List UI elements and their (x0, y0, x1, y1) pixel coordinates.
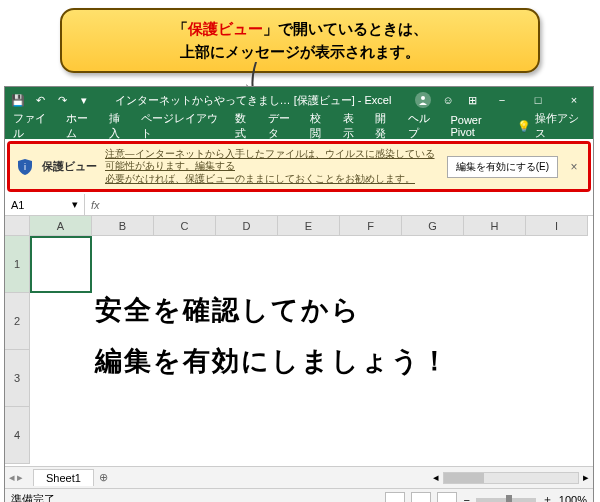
title-bar: 💾 ↶ ↷ ▾ インターネットからやってきまし… [保護ビュー] - Excel… (5, 87, 593, 113)
hscroll-right[interactable]: ▸ (583, 471, 589, 484)
active-cell[interactable] (30, 236, 92, 293)
col-header[interactable]: H (464, 216, 526, 236)
tab-scroll-right[interactable]: ▸ (17, 471, 23, 484)
svg-point-0 (421, 96, 425, 100)
tab-pagelayout[interactable]: ページレイアウト (141, 111, 223, 141)
tab-help[interactable]: ヘルプ (408, 111, 439, 141)
callout-line2: 上部にメッセージが表示されます。 (180, 43, 420, 60)
col-header[interactable]: C (154, 216, 216, 236)
tell-me-icon: 💡 (517, 120, 531, 133)
tab-review[interactable]: 校閲 (310, 111, 330, 141)
col-header[interactable]: I (526, 216, 588, 236)
new-sheet-button[interactable]: ⊕ (94, 471, 114, 484)
row-header[interactable]: 2 (5, 293, 30, 350)
row-header[interactable]: 3 (5, 350, 30, 407)
protected-view-close[interactable]: × (566, 160, 582, 174)
scrollbar-thumb[interactable] (444, 473, 484, 483)
window-title: インターネットからやってきまし… [保護ビュー] - Excel (91, 93, 415, 108)
zoom-slider[interactable] (476, 498, 536, 502)
col-header[interactable]: D (216, 216, 278, 236)
tab-developer[interactable]: 開発 (375, 111, 395, 141)
tab-formulas[interactable]: 数式 (235, 111, 255, 141)
sheet-tabs-row: ◂ ▸ Sheet1 ⊕ ◂ ▸ (5, 466, 593, 488)
horizontal-scrollbar[interactable] (443, 472, 579, 484)
callout-highlight: 保護ビュー (188, 20, 263, 37)
explanation-callout: 「保護ビュー」で開いているときは、 上部にメッセージが表示されます。 (60, 8, 540, 73)
shield-icon: i (16, 158, 34, 176)
ribbon-options-icon[interactable]: ⊞ (465, 93, 479, 107)
redo-icon[interactable]: ↷ (55, 93, 69, 107)
status-ready: 準備完了 (11, 492, 55, 502)
view-normal-button[interactable] (385, 492, 405, 502)
select-all-corner[interactable] (5, 216, 30, 236)
tab-view[interactable]: 表示 (343, 111, 363, 141)
fx-icon[interactable]: fx (91, 199, 100, 211)
view-pagebreak-button[interactable] (437, 492, 457, 502)
undo-icon[interactable]: ↶ (33, 93, 47, 107)
hscroll-left[interactable]: ◂ (433, 471, 439, 484)
protected-view-highlight: i 保護ビュー 注意―インターネットから入手したファイルは、ウイルスに感染してい… (7, 141, 591, 192)
tab-home[interactable]: ホーム (66, 111, 97, 141)
col-header[interactable]: F (340, 216, 402, 236)
protected-view-bar: i 保護ビュー 注意―インターネットから入手したファイルは、ウイルスに感染してい… (10, 144, 588, 189)
chevron-down-icon: ▾ (72, 198, 78, 211)
col-header[interactable]: B (92, 216, 154, 236)
status-bar: 準備完了 − ＋ 100% (5, 488, 593, 502)
col-header[interactable]: A (30, 216, 92, 236)
tab-insert[interactable]: 挿入 (109, 111, 129, 141)
maximize-button[interactable]: □ (525, 87, 551, 113)
view-pagelayout-button[interactable] (411, 492, 431, 502)
tab-powerpivot[interactable]: Power Pivot (450, 114, 505, 138)
feedback-icon[interactable]: ☺ (441, 93, 455, 107)
zoom-knob[interactable] (506, 495, 512, 502)
row-header[interactable]: 1 (5, 236, 30, 293)
tell-me[interactable]: 💡 操作アシス (517, 111, 585, 141)
qat-dropdown-icon[interactable]: ▾ (77, 93, 91, 107)
protected-view-label: 保護ビュー (42, 159, 97, 174)
account-avatar[interactable] (415, 92, 431, 108)
protected-view-message[interactable]: 注意―インターネットから入手したファイルは、ウイルスに感染している可能性がありま… (105, 148, 439, 185)
tell-me-label: 操作アシス (535, 111, 585, 141)
svg-text:i: i (24, 162, 26, 172)
zoom-out-button[interactable]: − (463, 494, 469, 502)
ribbon-tabs: ファイル ホーム 挿入 ページレイアウト 数式 データ 校閲 表示 開発 ヘルプ… (5, 113, 593, 139)
overlay-message: 安全を確認してから 編集を有効にしましょう！ (95, 285, 450, 388)
tab-scroll-left[interactable]: ◂ (9, 471, 15, 484)
sheet-tab[interactable]: Sheet1 (33, 469, 94, 486)
name-box[interactable]: A1 ▾ (5, 194, 85, 215)
zoom-level[interactable]: 100% (559, 494, 587, 502)
callout-line1-suffix: 」で開いているときは、 (263, 20, 428, 37)
col-header[interactable]: E (278, 216, 340, 236)
col-header[interactable]: G (402, 216, 464, 236)
save-icon[interactable]: 💾 (11, 93, 25, 107)
row-header[interactable]: 4 (5, 407, 30, 464)
enable-editing-button[interactable]: 編集を有効にする(E) (447, 156, 558, 178)
callout-line1-prefix: 「 (173, 20, 188, 37)
zoom-in-button[interactable]: ＋ (542, 492, 553, 502)
formula-bar-row: A1 ▾ fx (5, 194, 593, 216)
close-button[interactable]: × (561, 87, 587, 113)
tab-file[interactable]: ファイル (13, 111, 54, 141)
tab-data[interactable]: データ (268, 111, 299, 141)
minimize-button[interactable]: − (489, 87, 515, 113)
